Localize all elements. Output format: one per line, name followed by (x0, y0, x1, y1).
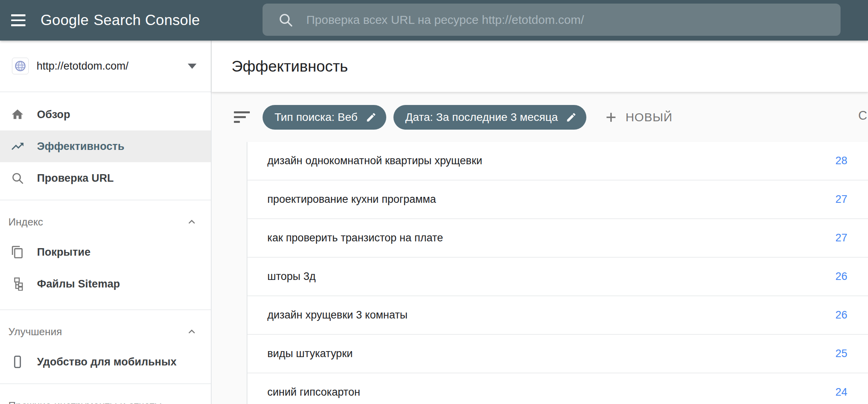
new-filter-label: НОВЫЙ (625, 111, 672, 124)
menu-button[interactable] (11, 12, 27, 28)
edit-pencil-icon (566, 112, 577, 123)
page-title: Эффективность (232, 58, 348, 75)
plus-icon (604, 110, 618, 124)
section-label: Улучшения (8, 324, 62, 339)
filter-chip-date-range[interactable]: Дата: За последние 3 месяца (393, 105, 587, 130)
main-content: Эффективность Тип поиска: Веб Дата: За п… (212, 41, 868, 404)
queries-table: дизайн однокомнатной квартиры хрущевки 2… (247, 142, 868, 404)
table-row[interactable]: дизайн однокомнатной квартиры хрущевки 2… (247, 142, 868, 181)
query-cell[interactable]: как проверить транзистор на плате (267, 232, 443, 244)
logo-google-text: Google (41, 12, 89, 29)
filter-bar: Тип поиска: Веб Дата: За последние 3 мес… (212, 92, 868, 142)
property-url: http://etotdom.com/ (37, 60, 128, 72)
sidebar-item-label: Удобство для мобильных (37, 356, 177, 368)
query-cell[interactable]: проектирование кухни программа (267, 193, 436, 206)
sidebar-section-index[interactable]: Индекс (0, 200, 211, 236)
hamburger-icon (11, 14, 25, 16)
app-root: Google Search Console http://etotdom.com… (0, 0, 868, 404)
sidebar-item-label: Обзор (37, 109, 70, 121)
chip-label: Тип поиска: Веб (274, 111, 358, 124)
filter-chip-search-type[interactable]: Тип поиска: Веб (263, 105, 386, 130)
sidebar-item-label: Проверка URL (37, 172, 114, 185)
edit-pencil-icon (366, 112, 377, 123)
table-row[interactable]: дизайн хрущевки 3 комнаты 26 (247, 296, 868, 335)
table-row[interactable]: шторы 3д 26 (247, 258, 868, 296)
table-row[interactable]: синий гипсокартон 24 (247, 373, 868, 404)
query-cell[interactable]: виды штукатурки (267, 348, 353, 360)
clicks-cell: 25 (835, 348, 847, 360)
trending-up-icon (10, 139, 25, 153)
sidebar-item-performance[interactable]: Эффективность (0, 130, 211, 162)
clicks-cell: 28 (835, 155, 847, 167)
app-logo[interactable]: Google Search Console (41, 12, 200, 29)
new-filter-button[interactable]: НОВЫЙ (604, 110, 672, 124)
table-row[interactable]: виды штукатурки 25 (247, 335, 868, 373)
sidebar-section-enhancements[interactable]: Улучшения (0, 310, 211, 346)
chevron-up-icon (186, 216, 197, 227)
sidebar-item-label: Эффективность (37, 140, 125, 153)
sidebar-item-overview[interactable]: Обзор (0, 99, 211, 130)
mobile-icon (10, 355, 25, 369)
clicks-cell: 26 (835, 270, 847, 283)
clicks-cell: 24 (835, 386, 847, 398)
sitemap-icon (10, 277, 25, 291)
sidebar-item-url-inspection[interactable]: Проверка URL (0, 162, 211, 194)
sidebar-item-label: Файлы Sitemap (37, 278, 120, 290)
home-icon (10, 107, 25, 122)
sidebar-item-sitemaps[interactable]: Файлы Sitemap (0, 268, 211, 300)
sidebar-item-mobile-usability[interactable]: Удобство для мобильных (0, 346, 211, 378)
search-icon (10, 171, 25, 185)
pages-icon (10, 245, 25, 259)
query-cell[interactable]: дизайн хрущевки 3 комнаты (267, 309, 407, 321)
chip-label: Дата: За последние 3 месяца (405, 111, 558, 124)
site-favicon (12, 58, 29, 74)
globe-icon (14, 60, 26, 72)
caret-down-icon (188, 64, 197, 69)
clicks-cell: 27 (835, 232, 847, 244)
chevron-up-icon (186, 326, 197, 337)
section-label: Прежние инструменты и отчеты (8, 398, 162, 404)
url-inspection-searchbox[interactable] (263, 4, 841, 36)
logo-product-text: Search Console (93, 12, 200, 29)
sidebar: http://etotdom.com/ Обзор Эффективность (0, 41, 212, 404)
table-row[interactable]: проектирование кухни программа 27 (247, 181, 868, 219)
query-cell[interactable]: шторы 3д (267, 270, 315, 283)
url-inspection-input[interactable] (306, 13, 804, 27)
page-header: Эффективность (212, 41, 868, 92)
clicks-cell: 27 (835, 193, 847, 206)
sidebar-nav: Обзор Эффективность Проверка URL (0, 92, 211, 404)
query-cell[interactable]: дизайн однокомнатной квартиры хрущевки (267, 155, 482, 167)
clicks-cell: 26 (835, 309, 847, 321)
table-row[interactable]: как проверить транзистор на плате 27 (247, 219, 868, 258)
query-cell[interactable]: синий гипсокартон (267, 386, 360, 398)
export-button-partial[interactable]: С (858, 108, 867, 122)
sidebar-item-label: Покрытие (37, 246, 91, 258)
section-label: Индекс (8, 215, 43, 229)
property-selector[interactable]: http://etotdom.com/ (0, 41, 211, 92)
sidebar-item-coverage[interactable]: Покрытие (0, 236, 211, 268)
topbar: Google Search Console (0, 0, 868, 41)
filter-list-icon[interactable] (234, 111, 250, 123)
search-icon (278, 12, 294, 28)
sidebar-section-legacy-tools[interactable]: Прежние инструменты и отчеты (0, 384, 211, 404)
